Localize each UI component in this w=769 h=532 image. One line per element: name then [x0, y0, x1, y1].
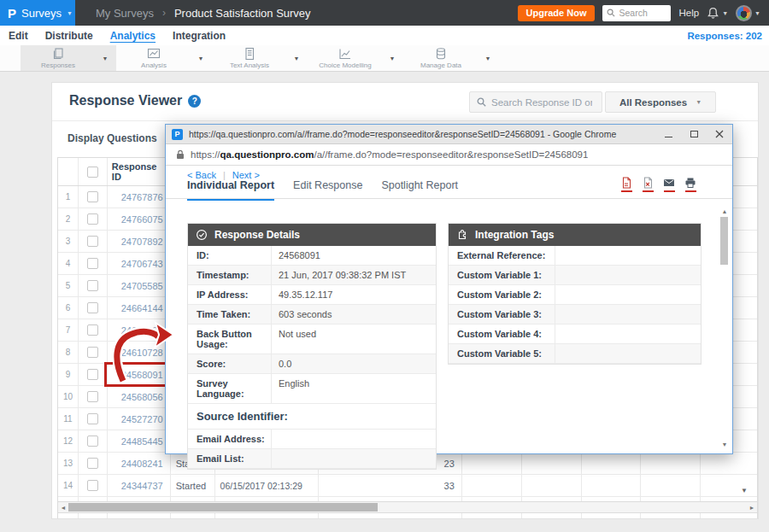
table-cell: 9 [58, 364, 79, 385]
toolbar-caret-analysis[interactable]: ▼ [191, 45, 210, 71]
upgrade-now-button[interactable]: Upgrade Now [518, 5, 596, 21]
toolbar-button-manage-data[interactable]: Manage Data [403, 45, 478, 71]
row-checkbox[interactable] [87, 302, 98, 313]
popup-titlebar[interactable]: P https://qa.questionpro.com/a//frame.do… [166, 125, 732, 144]
scroll-left-arrow-icon[interactable]: ◄ [58, 502, 68, 512]
response-search-box[interactable] [469, 91, 602, 113]
row-number: 6 [58, 303, 78, 313]
row-checkbox[interactable] [87, 280, 98, 291]
row-checkbox[interactable] [87, 391, 98, 402]
response-id-link[interactable]: 24485445 [108, 436, 170, 447]
row-checkbox[interactable] [87, 191, 98, 202]
detail-label: Custom Variable 4: [449, 324, 555, 343]
scroll-right-arrow-icon[interactable]: ► [747, 502, 757, 512]
row-checkbox[interactable] [87, 369, 98, 380]
detail-row: Custom Variable 1: [449, 266, 701, 285]
search-icon [477, 97, 486, 107]
response-id-link[interactable]: 24766075 [108, 214, 170, 225]
response-filter-dropdown[interactable]: All Responses ▼ [605, 91, 716, 113]
nav-tab-integration[interactable]: Integration [173, 30, 226, 42]
table-cell: 11 [58, 408, 79, 430]
response-id-link[interactable]: 24705585 [108, 281, 170, 291]
nav-tab-analytics[interactable]: Analytics [110, 30, 156, 42]
response-id-link[interactable]: 24767876 [108, 192, 170, 202]
response-id-link[interactable]: 24527270 [108, 414, 170, 424]
toolbar-button-responses[interactable]: Responses [21, 45, 96, 71]
response-id-link[interactable]: 24706743 [108, 259, 170, 269]
scroll-down-arrow-icon[interactable]: ▼ [719, 440, 730, 448]
nav-tab-edit[interactable]: Edit [9, 30, 28, 42]
select-all-checkbox[interactable] [87, 167, 98, 178]
row-checkbox[interactable] [87, 480, 98, 491]
help-icon[interactable]: ? [188, 95, 201, 108]
product-switcher[interactable]: P Surveys ▼ [0, 0, 75, 26]
response-search-input[interactable] [491, 97, 592, 108]
table-cell: 7 [58, 319, 79, 341]
row-checkbox[interactable] [87, 458, 98, 469]
nav-tab-distribute[interactable]: Distribute [45, 30, 93, 42]
notifications-menu[interactable]: ▼ [707, 7, 728, 20]
popup-address-bar[interactable]: https://qa.questionpro.com/a//frame.do?m… [166, 144, 732, 166]
detail-value: 21 Jun, 2017 09:38:32 PM IST [272, 266, 436, 284]
row-checkbox[interactable] [87, 413, 98, 424]
questionpro-favicon: P [172, 129, 183, 140]
response-id-link[interactable]: 24344737 [108, 481, 170, 491]
row-checkbox[interactable] [87, 236, 98, 247]
detail-value [555, 266, 701, 284]
response-id-link[interactable]: 24408241 [108, 459, 170, 469]
row-checkbox[interactable] [87, 213, 98, 225]
detail-label: External Reference: [449, 246, 555, 265]
maximize-icon[interactable] [681, 125, 707, 143]
table-cell: 1 [58, 186, 79, 208]
help-link[interactable]: Help [678, 8, 699, 18]
url-path: /a//frame.do?mode=responseeditor&respons… [314, 149, 588, 160]
response-details-panel: Response Details ID:24568091Timestamp:21… [187, 223, 437, 470]
table-cell [79, 186, 108, 208]
detail-row: Custom Variable 5: [449, 344, 701, 364]
red-underline [685, 190, 696, 192]
breadcrumb-my-surveys[interactable]: My Surveys [96, 7, 154, 20]
table-cell [462, 475, 522, 496]
toolbar-caret-text-analysis[interactable]: ▼ [287, 45, 306, 71]
table-cell [462, 453, 522, 474]
table-cell [79, 453, 108, 474]
export-excel-button[interactable] [642, 177, 654, 192]
row-checkbox[interactable] [87, 347, 98, 358]
response-details-extra-rows: Email Address:Email List: [188, 430, 436, 469]
toolbar-caret-responses[interactable]: ▼ [96, 45, 114, 71]
row-checkbox[interactable] [87, 436, 98, 447]
popup-vertical-scrollbar[interactable]: ▲ ▼ [719, 207, 730, 448]
table-vscroll-down-arrow[interactable]: ▼ [741, 487, 748, 494]
close-icon[interactable] [707, 125, 732, 143]
export-email-button[interactable] [663, 177, 675, 192]
column-header-response-id[interactable]: Response ID▲ [108, 158, 171, 185]
breadcrumb-separator-icon: › [162, 7, 166, 19]
global-search-input[interactable] [619, 8, 666, 18]
response-id-link[interactable]: 24707892 [108, 237, 170, 247]
account-menu[interactable]: ▼ [736, 5, 760, 21]
row-checkbox[interactable] [87, 258, 98, 269]
global-search-box[interactable] [602, 5, 671, 21]
header-cell-1 [79, 158, 108, 185]
toolbar-button-choice-modelling[interactable]: Choice Modelling [308, 45, 383, 71]
export-print-button[interactable] [684, 177, 696, 192]
chrome-popup-window: P https://qa.questionpro.com/a//frame.do… [165, 124, 733, 454]
toolbar-caret-manage-data[interactable]: ▼ [478, 45, 497, 71]
table-cell: Started [171, 475, 215, 496]
table-cell [701, 475, 757, 496]
check-circle-icon [196, 229, 208, 241]
response-id-link[interactable]: 24568056 [108, 392, 170, 402]
toolbar-button-analysis[interactable]: Analysis [116, 45, 191, 71]
table-horizontal-scrollbar[interactable]: ◄ ► [57, 501, 758, 513]
toolbar-label-analysis: Analysis [141, 61, 167, 69]
horizontal-scroll-thumb[interactable] [68, 503, 378, 512]
vertical-scroll-thumb[interactable] [720, 217, 728, 265]
scroll-up-arrow-icon[interactable]: ▲ [719, 207, 730, 215]
toolbar-button-text-analysis[interactable]: Text Analysis [212, 45, 287, 71]
toolbar-caret-choice-modelling[interactable]: ▼ [383, 45, 402, 71]
minimize-icon[interactable] [655, 125, 681, 143]
table-cell: 24568056 [108, 386, 171, 407]
row-checkbox[interactable] [87, 324, 98, 336]
response-details-rows: ID:24568091Timestamp:21 Jun, 2017 09:38:… [188, 246, 436, 404]
export-pdf-button[interactable] [620, 177, 632, 192]
